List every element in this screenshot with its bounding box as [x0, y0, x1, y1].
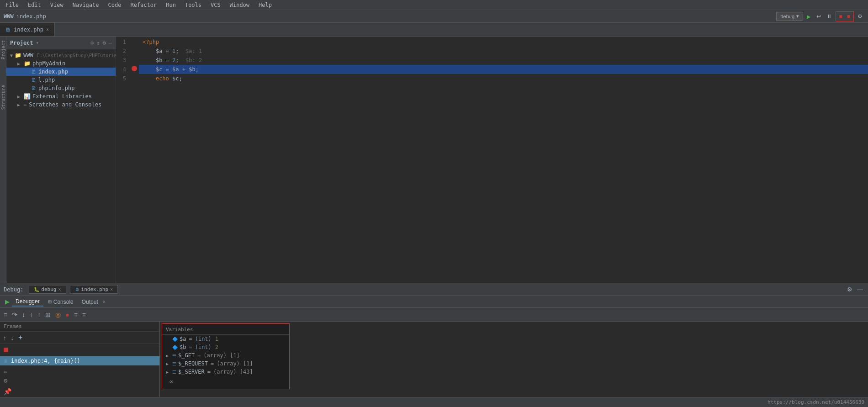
title-bar-right: debug ▾ ▶ ↩ ⏸ ■ ■ ⚙	[776, 11, 864, 21]
menu-help[interactable]: Help	[257, 1, 274, 9]
debug-tool-step-into[interactable]: ↓	[20, 310, 27, 319]
debug-tool-frames[interactable]: ⊞	[43, 310, 53, 319]
debug-tab-console[interactable]: ⊞ Console	[44, 298, 77, 306]
var-arrow-server: ▶	[166, 370, 170, 375]
tree-folder-icon-phpmyadmin: 📁	[24, 60, 31, 67]
frames-stop-icon[interactable]: ■	[4, 345, 8, 354]
debug-tool-watch[interactable]: ◎	[53, 310, 63, 319]
debug-tool-step-out[interactable]: ↑	[28, 310, 35, 319]
line-num-3: 3	[120, 56, 126, 65]
project-title: Project	[10, 40, 33, 46]
breakpoint-marker	[132, 66, 137, 71]
code-content[interactable]: <?php $a = 1; $a: 1 $b = 2; $b: 2 $c = $…	[139, 37, 868, 283]
debug-right-icons: ⚙ —	[846, 285, 864, 294]
debug-output-close[interactable]: ×	[103, 299, 106, 304]
debug-tab-output[interactable]: Output	[78, 298, 102, 306]
frames-add-btn[interactable]: +	[17, 333, 24, 343]
tree-arrow-scratches: ▶	[17, 102, 22, 107]
debug-session-tab-index[interactable]: 🗎 index.php ×	[70, 285, 118, 294]
var-name-b: $b	[180, 344, 186, 350]
var-row-server[interactable]: ▶ ☰ $_SERVER = (array) [43]	[162, 368, 289, 376]
stop-button[interactable]: ■	[837, 12, 844, 21]
tree-item-extlibs[interactable]: ▶ 📊 External Libraries	[6, 92, 116, 100]
var-name-request: $_REQUEST	[178, 360, 208, 367]
debug-tool-menu[interactable]: ≡	[2, 310, 9, 319]
debug-session-label-debug: debug	[41, 286, 56, 292]
var-eq-server: =	[207, 369, 211, 375]
project-icon-target[interactable]: ⊕	[90, 40, 94, 46]
tree-item-phpinfophp[interactable]: ▶ 🗎 phpinfo.php	[6, 84, 116, 92]
tree-item-lphp[interactable]: ▶ 🗎 l.php	[6, 76, 116, 84]
tree-item-scratches[interactable]: ▶ ✏ Scratches and Consoles	[6, 100, 116, 109]
var-row-request[interactable]: ▶ ☰ $_REQUEST = (array) [1]	[162, 359, 289, 368]
rerun-button[interactable]: ↩	[815, 12, 823, 21]
project-icon-minimize[interactable]: —	[109, 40, 112, 46]
menu-window[interactable]: Window	[228, 1, 251, 9]
tree-arrow-phpmyadmin: ▶	[17, 61, 22, 66]
stop-button2[interactable]: ■	[845, 12, 852, 21]
editor-tab-index[interactable]: 🗎 index.php ×	[0, 23, 55, 36]
infinity-icon: ∞	[166, 376, 177, 387]
debug-session-close-debug[interactable]: ×	[58, 287, 61, 292]
pause-button[interactable]: ⏸	[825, 12, 834, 21]
frames-pencil-icon[interactable]: ✏	[4, 368, 7, 375]
status-url: https://blog.csdn.net/u014456639	[767, 399, 864, 405]
frame-item-main[interactable]: 🗎 index.php:4, {main}()	[0, 356, 159, 365]
frames-up-btn[interactable]: ↑	[2, 333, 8, 342]
debug-tool-run-cursor[interactable]: ↑	[36, 310, 42, 319]
var-array-type-request: (array) [1]	[217, 360, 253, 367]
menu-run[interactable]: Run	[164, 1, 178, 9]
project-dropdown-icon[interactable]: ▾	[36, 40, 39, 45]
run-button[interactable]: ▶	[805, 12, 812, 21]
tree-item-phpmyadmin[interactable]: ▶ 📁 phpMyAdmin	[6, 59, 116, 68]
menu-file[interactable]: File	[4, 1, 21, 9]
debug-minimize-icon[interactable]: —	[856, 285, 864, 294]
debug-toolbar: ≡ ↷ ↓ ↑ ↑ ⊞ ◎ ● ≡ ≡	[0, 308, 868, 322]
debug-label: debug	[780, 14, 794, 19]
debug-dropdown-button[interactable]: debug ▾	[776, 12, 803, 21]
debug-tool-list1[interactable]: ≡	[72, 310, 79, 319]
code-line-2: $a = 1; $a: 1	[139, 47, 868, 56]
debug-session-tab-debug[interactable]: 🐛 debug ×	[29, 285, 66, 294]
project-icon-gear[interactable]: ⚙	[103, 40, 106, 46]
debug-tab-debugger[interactable]: Debugger	[12, 297, 43, 307]
menu-view[interactable]: View	[48, 1, 65, 9]
tree-item-www[interactable]: ▼ 📁 WWW E:\Castle\phpStudy\PHPTutorial	[6, 51, 116, 59]
tree-label-lphp: l.php	[38, 77, 55, 83]
tree-icon-scratches: ✏	[24, 101, 27, 108]
var-row-get[interactable]: ▶ ☰ $_GET = (array) [1]	[162, 351, 289, 359]
menu-navigate[interactable]: Navigate	[71, 1, 101, 9]
var-row-b[interactable]: 🔷 $b = (int) 2	[162, 343, 289, 351]
structure-side-label[interactable]: Structure	[0, 81, 6, 113]
settings-button[interactable]: ⚙	[856, 12, 864, 21]
frames-pin-icon[interactable]: 📌	[4, 388, 11, 395]
debug-tool-breakpoint[interactable]: ●	[64, 310, 71, 319]
project-icon-sort[interactable]: ↕	[96, 40, 100, 46]
debug-play-button[interactable]: ▶	[4, 297, 11, 306]
code-area[interactable]: 1 2 3 4 5 <?php $a = 1; $a: 1	[116, 37, 868, 283]
frames-gear-icon[interactable]: ⚙	[4, 377, 7, 384]
tree-folder-icon-www: 📁	[15, 52, 21, 58]
menu-edit[interactable]: Edit	[26, 1, 43, 9]
tree-item-indexphp[interactable]: ▶ 🗎 index.php	[6, 68, 116, 76]
var-row-a[interactable]: 🔷 $a = (int) 1	[162, 335, 289, 343]
tree-label-phpinfophp: phpinfo.php	[38, 85, 74, 91]
menu-code[interactable]: Code	[106, 1, 123, 9]
debug-tool-list2[interactable]: ≡	[80, 310, 88, 319]
frames-down-btn[interactable]: ↓	[10, 333, 16, 342]
line-numbers: 1 2 3 4 5	[116, 37, 130, 283]
var-icon-server: ☰	[172, 370, 176, 375]
var-value-b: 2	[215, 344, 218, 350]
debug-session-icon: 🐛	[34, 287, 39, 292]
debug-session-close-index[interactable]: ×	[110, 287, 113, 292]
frames-panel: Frames ↑ ↓ + ■ 🗎 index.php:4, {main}() ✏…	[0, 322, 160, 397]
project-side-label[interactable]: Project	[0, 37, 6, 63]
menu-tools[interactable]: Tools	[183, 1, 203, 9]
var-value-a: 1	[215, 336, 218, 342]
debug-settings-icon[interactable]: ⚙	[846, 285, 854, 294]
debug-tool-step-over[interactable]: ↷	[10, 310, 19, 319]
editor-tab-close[interactable]: ×	[46, 27, 49, 32]
menu-vcs[interactable]: VCS	[209, 1, 222, 9]
menu-refactor[interactable]: Refactor	[128, 1, 159, 9]
tree-arrow-extlibs: ▶	[17, 94, 22, 99]
